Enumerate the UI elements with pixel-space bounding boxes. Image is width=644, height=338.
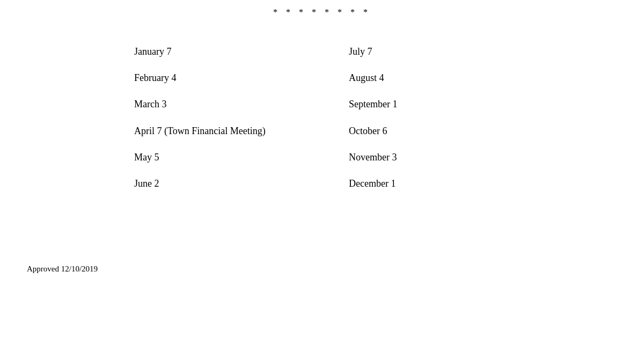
dates-section: January 7February 4March 3April 7 (Town … [0,17,644,197]
left-date-item: January 7 [134,39,349,65]
right-date-item: December 1 [349,171,564,197]
left-date-item: March 3 [134,91,349,117]
approved-text: Approved 12/10/2019 [27,264,98,274]
right-date-item: November 3 [349,144,564,171]
left-date-item: February 4 [134,65,349,91]
left-date-item: June 2 [134,171,349,197]
right-date-item: August 4 [349,65,564,91]
right-column: July 7August 4September 1October 6Novemb… [349,39,564,197]
right-date-item: October 6 [349,118,564,144]
page-container: * * * * * * * * January 7February 4March… [0,0,644,338]
left-column: January 7February 4March 3April 7 (Town … [134,39,349,197]
left-date-item: May 5 [134,144,349,171]
left-date-item: April 7 (Town Financial Meeting) [134,118,349,144]
right-date-item: September 1 [349,91,564,117]
separator-line: * * * * * * * * [0,0,644,17]
separator-text: * * * * * * * * [273,8,371,17]
right-date-item: July 7 [349,39,564,65]
